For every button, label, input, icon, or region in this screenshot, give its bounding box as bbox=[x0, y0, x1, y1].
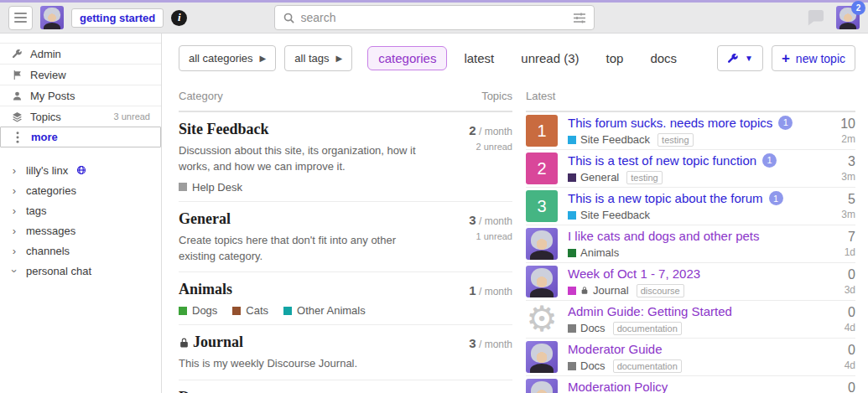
category-title-link[interactable]: General bbox=[179, 210, 432, 228]
topic-category-link[interactable]: Journal bbox=[593, 284, 629, 297]
sidebar-item-my-posts[interactable]: My Posts bbox=[0, 85, 161, 106]
site-logo-avatar[interactable] bbox=[40, 6, 64, 29]
topic-category-link[interactable]: Animals bbox=[580, 246, 619, 259]
unread-posts-badge[interactable]: 1 bbox=[769, 191, 783, 205]
topic-category-link[interactable]: Docs bbox=[580, 359, 606, 372]
section-label: channels bbox=[26, 245, 70, 257]
topic-title-link[interactable]: This is a test of new topic function 1 bbox=[568, 153, 777, 168]
number-avatar[interactable]: 1 bbox=[526, 115, 558, 147]
header-right: 2 bbox=[595, 6, 860, 29]
chevron-right-icon: › bbox=[11, 164, 18, 177]
sidebar-item-label: Admin bbox=[30, 48, 150, 60]
sidebar-section-tags[interactable]: › tags bbox=[0, 200, 161, 220]
user-avatar[interactable] bbox=[526, 266, 558, 297]
user-icon bbox=[11, 90, 23, 101]
user-avatar[interactable] bbox=[526, 228, 558, 260]
main-content: all categories ▶ all tags ▶ categories l… bbox=[162, 34, 868, 393]
dropdown-label: all tags bbox=[294, 52, 329, 65]
category-title-link[interactable]: Site Feedback bbox=[179, 121, 432, 138]
category-title-link[interactable]: Animals bbox=[179, 281, 432, 298]
topic-category-link[interactable]: Site Feedback bbox=[580, 133, 650, 146]
user-avatar[interactable] bbox=[526, 341, 558, 373]
tag-filter-dropdown[interactable]: all tags ▶ bbox=[284, 45, 352, 71]
sidebar-item-review[interactable]: Review bbox=[0, 64, 161, 85]
caret-down-icon: ▼ bbox=[745, 54, 753, 63]
tab-top[interactable]: top bbox=[596, 47, 634, 70]
tab-latest[interactable]: latest bbox=[454, 47, 504, 70]
flag-icon bbox=[11, 70, 23, 80]
category-color-square bbox=[283, 307, 292, 315]
sidebar-item-more[interactable]: more bbox=[0, 127, 161, 147]
search-bar[interactable] bbox=[274, 5, 595, 30]
sidebar-section-lillys-linx[interactable]: › lilly's linx bbox=[0, 160, 161, 180]
reply-count: 7 bbox=[820, 230, 855, 245]
topic-tag[interactable]: documentation bbox=[613, 359, 682, 373]
user-avatar[interactable] bbox=[526, 379, 558, 393]
activity-time: 3d bbox=[820, 284, 855, 296]
topic-title-link[interactable]: Moderation Policy bbox=[568, 380, 668, 393]
topic-row: 2 This is a test of new topic function 1… bbox=[526, 150, 855, 188]
category-title-link[interactable]: Journal bbox=[179, 334, 432, 351]
subcategory-link[interactable]: Cats bbox=[232, 304, 268, 317]
info-icon[interactable]: i bbox=[171, 10, 187, 26]
topic-tag[interactable]: testing bbox=[657, 133, 693, 147]
topic-row: Moderator Guide Docs documentation 0 4d bbox=[526, 339, 855, 376]
number-avatar[interactable]: 3 bbox=[526, 190, 558, 222]
category-column-header: Category bbox=[179, 90, 223, 102]
number-avatar[interactable]: 2 bbox=[526, 153, 558, 184]
topic-tag[interactable]: documentation bbox=[613, 322, 682, 335]
topic-tag[interactable]: testing bbox=[626, 171, 662, 184]
sidebar-section-personal-chat[interactable]: › personal chat bbox=[0, 261, 161, 281]
topics-per-month: 1 / month bbox=[444, 283, 512, 297]
topic-title-link[interactable]: I like cats and dogs and other pets bbox=[568, 229, 759, 243]
getting-started-badge[interactable]: getting started bbox=[71, 8, 164, 28]
tab-docs[interactable]: docs bbox=[640, 47, 687, 70]
category-color-square bbox=[179, 307, 187, 315]
user-menu[interactable]: 2 bbox=[836, 6, 860, 29]
topic-category-link[interactable]: Site Feedback bbox=[580, 209, 650, 221]
caret-right-icon: ▶ bbox=[260, 54, 267, 63]
subcategory-link[interactable]: Dogs bbox=[179, 304, 217, 317]
topic-title-link[interactable]: Moderator Guide bbox=[568, 342, 663, 356]
sidebar-section-categories[interactable]: › categories bbox=[0, 180, 161, 200]
activity-time: 3m bbox=[820, 209, 855, 220]
topic-category-link[interactable]: General bbox=[580, 171, 619, 184]
topic-title-link[interactable]: Admin Guide: Getting Started bbox=[568, 304, 732, 318]
topic-title-link[interactable]: This forum sucks. needs more topics 1 bbox=[568, 116, 793, 130]
category-filter-dropdown[interactable]: all categories ▶ bbox=[179, 45, 276, 71]
hamburger-menu-button[interactable] bbox=[8, 6, 33, 30]
chevron-right-icon: › bbox=[11, 184, 18, 197]
unread-posts-badge[interactable]: 1 bbox=[762, 153, 777, 168]
search-icon bbox=[283, 12, 295, 24]
subcategory-link[interactable]: Help Desk bbox=[179, 181, 242, 194]
reply-count: 5 bbox=[820, 192, 855, 207]
chat-bubble-icon[interactable] bbox=[806, 9, 824, 26]
new-topic-button[interactable]: + new topic bbox=[772, 45, 855, 71]
system-gear-avatar[interactable]: ⚙ bbox=[526, 303, 558, 335]
category-row-journal: Journal This is my weekly Discourse Jour… bbox=[179, 325, 512, 380]
category-row-general: General Create topics here that don't fi… bbox=[179, 202, 512, 273]
topic-tag[interactable]: discourse bbox=[637, 284, 684, 297]
tab-categories[interactable]: categories bbox=[367, 46, 447, 70]
sidebar-section-messages[interactable]: › messages bbox=[0, 220, 161, 240]
search-input[interactable] bbox=[301, 11, 567, 24]
reply-count: 0 bbox=[820, 380, 855, 393]
category-title-link[interactable]: Docs bbox=[179, 389, 432, 393]
subcategory-link[interactable]: Other Animals bbox=[283, 304, 366, 317]
sidebar-item-admin[interactable]: Admin bbox=[0, 43, 161, 64]
category-color-square bbox=[568, 211, 576, 220]
tab-unread[interactable]: unread (3) bbox=[511, 47, 589, 70]
filter-bar: all categories ▶ all tags ▶ categories l… bbox=[179, 45, 855, 71]
topic-title-link[interactable]: This is a new topic about the forum 1 bbox=[568, 191, 783, 205]
sidebar-item-topics[interactable]: Topics 3 unread bbox=[0, 106, 161, 127]
search-filter-icon[interactable] bbox=[573, 13, 586, 23]
unread-posts-badge[interactable]: 1 bbox=[778, 116, 793, 130]
latest-column-header: Latest bbox=[526, 90, 555, 102]
reply-count: 3 bbox=[820, 154, 855, 169]
notification-count-badge: 2 bbox=[851, 1, 865, 15]
admin-wrench-button[interactable]: ▼ bbox=[717, 45, 763, 71]
sidebar-section-channels[interactable]: › channels bbox=[0, 240, 161, 261]
topic-title-link[interactable]: Week of Oct 1 - 7, 2023 bbox=[568, 266, 700, 281]
category-color-square bbox=[568, 324, 576, 333]
topic-category-link[interactable]: Docs bbox=[580, 322, 606, 334]
